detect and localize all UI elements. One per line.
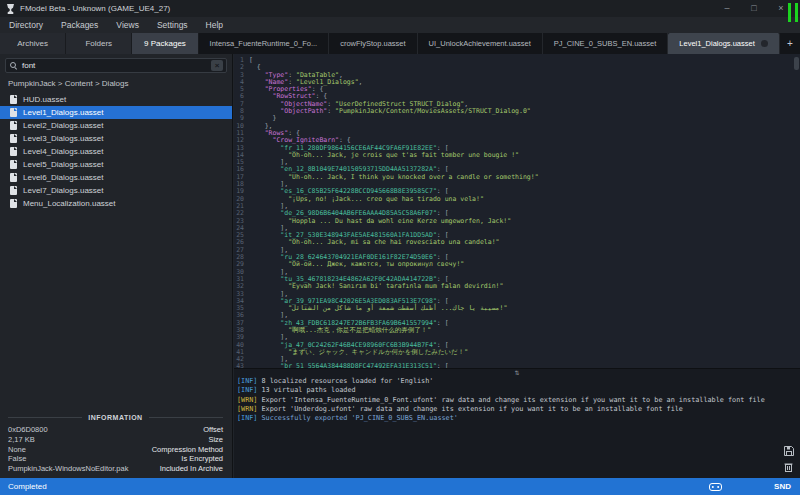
log-line: [WRN] Export 'Intensa_FuenteRuntime_0_Fo… — [237, 396, 800, 405]
code-line: 29 "Ой-ой... Джек, кажется, ты опрокинул… — [234, 261, 800, 268]
log-tag: [WRN] — [237, 405, 257, 414]
nav-tab[interactable]: Archives — [0, 33, 66, 54]
log-line: [WRN] Export 'Underdog.ufont' raw data a… — [237, 405, 800, 414]
nav-tab[interactable]: 9 Packages — [132, 33, 198, 54]
file-list-item[interactable]: Level2_Dialogs.uasset — [0, 119, 232, 132]
log-text: 13 virtual paths loaded — [261, 386, 355, 395]
file-list-item[interactable]: Level4_Dialogs.uasset — [0, 145, 232, 158]
code-line: 14 "Oh-oh... Jack, je crois que t'as fai… — [234, 152, 800, 159]
file-icon — [10, 160, 17, 169]
log-line: [INF] Successfully exported 'PJ_CINE_0_S… — [237, 414, 800, 423]
log-text: Successfully exported 'PJ_CINE_0_SUBS_EN… — [261, 414, 457, 423]
add-tab-button[interactable]: + — [780, 33, 800, 54]
information-row: PumpkinJack-WindowsNoEditor.pak Included… — [0, 463, 231, 473]
search-value: font — [22, 61, 207, 70]
code-line: 32 "Eyvah Jack! Sanırım bi' tarafınla mu… — [234, 283, 800, 290]
file-icon — [10, 199, 17, 208]
code-line: 38 "啊哦...杰克，你是不是把蜡烛什么的弄倒了！" — [234, 327, 800, 334]
status-message: Completed — [0, 482, 709, 491]
file-icon — [10, 173, 17, 182]
fmodel-logo-icon — [6, 4, 15, 14]
information-row: False Is Encrypted — [0, 454, 231, 464]
menu-item[interactable]: Settings — [157, 20, 188, 30]
code-lines: 1[2 {3 "Type": "DataTable",4 "Name": "Le… — [234, 54, 800, 368]
file-list-item[interactable]: Level6_Dialogs.uasset — [0, 171, 232, 184]
file-icon — [10, 108, 17, 117]
window-title: FModel Beta - Unknown (GAME_UE4_27) — [20, 4, 170, 13]
info-label: Is Encrypted — [181, 454, 223, 463]
file-list-item[interactable]: HUD.uasset — [0, 93, 232, 106]
document-tab[interactable]: Level1_Dialogs.uasset — [668, 33, 779, 54]
maximize-button[interactable]: □ — [749, 0, 759, 17]
search-input[interactable]: font × — [5, 58, 227, 73]
log-text: Export 'Intensa_FuenteRuntime_0_Font.ufo… — [261, 396, 764, 405]
save-log-button[interactable] — [784, 446, 794, 456]
document-tab[interactable]: crowFlyStop.uasset — [329, 33, 417, 54]
nav-tabs: ArchivesFolders9 Packages — [0, 33, 199, 54]
clear-search-icon[interactable]: × — [211, 60, 223, 71]
code-line: 8 "ObjectPath": "PumpkinJack/Content/Mov… — [234, 108, 800, 115]
file-list-item[interactable]: Level7_Dialogs.uasset — [0, 184, 232, 197]
document-tab[interactable]: PJ_CINE_0_SUBS_EN.uasset — [543, 33, 669, 54]
snd-button[interactable]: SND — [774, 482, 800, 491]
info-label: Offset — [203, 425, 223, 434]
code-line: 9 } — [234, 115, 800, 122]
log-lines: [INF] 8 localized resources loaded for '… — [234, 369, 800, 423]
clear-log-button[interactable] — [784, 462, 794, 472]
nav-tab[interactable]: Folders — [66, 33, 132, 54]
code-line: 23 "Hoppla ... Du hast da wohl eine Kerz… — [234, 218, 800, 225]
gamepad-icon — [709, 483, 722, 491]
information-panel: INFORMATION 0xD6D0800 Offset 2,17 KB Siz… — [0, 414, 231, 478]
information-header: INFORMATION — [0, 414, 231, 425]
green-indicator-bar — [788, 3, 791, 22]
log-tag: [INF] — [237, 386, 257, 395]
info-label: Compression Method — [152, 445, 223, 454]
info-value: 0xD6D0800 — [8, 425, 48, 434]
info-value: False — [8, 454, 26, 463]
save-icon — [784, 446, 794, 456]
menu-item[interactable]: Packages — [61, 20, 98, 30]
tabs-row: ArchivesFolders9 Packages Intensa_Fuente… — [0, 33, 800, 54]
document-tabs: Intensa_FuenteRuntime_0_Fo... crowFlySto… — [199, 33, 780, 54]
editor-scrollbar[interactable] — [794, 57, 799, 70]
menu-item[interactable]: Views — [116, 20, 139, 30]
code-line: 1[ — [234, 57, 800, 64]
information-row: None Compression Method — [0, 444, 231, 454]
log-tag: [INF] — [237, 414, 257, 423]
code-line: 35 "مصيبة يا جاك... أظنك أسقطت شمعة أو م… — [234, 305, 800, 312]
log-line: [INF] 13 virtual paths loaded — [237, 386, 800, 395]
file-icon — [10, 186, 17, 195]
code-line: 41 "まずい、ジャック、キャンドルか何かを倒したみたいだ！" — [234, 349, 800, 356]
document-tab[interactable]: Intensa_FuenteRuntime_0_Fo... — [199, 33, 330, 54]
menu-item[interactable]: Help — [206, 20, 223, 30]
file-icon — [10, 95, 17, 104]
info-label: Size — [208, 435, 223, 444]
title-bar: FModel Beta - Unknown (GAME_UE4_27) – □ … — [0, 0, 800, 17]
info-label: Included In Archive — [160, 464, 223, 473]
close-button[interactable]: × — [776, 0, 786, 17]
file-list-item[interactable]: Level5_Dialogs.uasset — [0, 158, 232, 171]
breadcrumb[interactable]: PumpkinJack > Content > Dialogs — [0, 76, 232, 90]
tab-close-dot-icon[interactable] — [761, 40, 768, 47]
info-value: None — [8, 445, 26, 454]
information-row: 2,17 KB Size — [0, 435, 231, 445]
document-tab[interactable]: UI_UnlockAchievement.uasset — [418, 33, 543, 54]
log-text: Export 'Underdog.ufont' raw data and cha… — [261, 405, 682, 414]
resize-grip-icon[interactable]: ⇅ — [514, 369, 519, 376]
file-list-item[interactable]: Menu_Localization.uasset — [0, 197, 232, 210]
code-line: 20 "¡Ups, no! ¡Jack... creo que has tira… — [234, 196, 800, 203]
file-list-item[interactable]: Level3_Dialogs.uasset — [0, 132, 232, 145]
menu-item[interactable]: Directory — [9, 20, 43, 30]
fmodel-window: FModel Beta - Unknown (GAME_UE4_27) – □ … — [0, 0, 800, 495]
code-line: 26 "Oh-oh... Jack, mi sa che hai rovesci… — [234, 239, 800, 246]
file-list-item[interactable]: Level1_Dialogs.uasset — [0, 106, 232, 119]
code-line: 17 "Uh-oh... Jack, I think you knocked o… — [234, 174, 800, 181]
file-icon — [10, 147, 17, 156]
minimize-button[interactable]: – — [722, 0, 732, 17]
info-value: PumpkinJack-WindowsNoEditor.pak — [8, 464, 128, 473]
log-tag: [WRN] — [237, 396, 257, 405]
search-icon — [9, 61, 18, 70]
menu-bar: DirectoryPackagesViewsSettingsHelp — [0, 17, 800, 33]
json-editor[interactable]: 1[2 {3 "Type": "DataTable",4 "Name": "Le… — [234, 54, 800, 368]
file-icon — [10, 134, 17, 143]
